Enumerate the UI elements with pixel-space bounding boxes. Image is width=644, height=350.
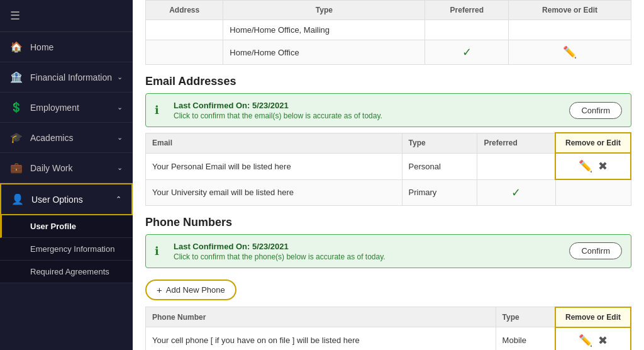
preferred-cell — [477, 153, 555, 179]
sidebar-item-label: Financial Information — [30, 72, 117, 82]
sidebar-item-requiredagreements[interactable]: Required Agreements — [0, 261, 133, 283]
chevron-down-icon: ⌄ — [117, 103, 123, 111]
email-confirm-button[interactable]: Confirm — [569, 102, 622, 119]
sidebar-item-label: Academics — [30, 133, 117, 143]
sidebar: ☰ 🏠 Home 🏦 Financial Information ⌄ 💲 Emp… — [0, 0, 133, 350]
edit-email-button[interactable]: ✏️ — [579, 159, 592, 173]
preferred-col-header: Preferred — [477, 133, 555, 153]
sidebar-navigation: 🏠 Home 🏦 Financial Information ⌄ 💲 Emplo… — [0, 32, 133, 350]
table-row: Home/Home Office, Mailing — [146, 20, 631, 40]
content-area: Address Type Preferred Remove or Edit Ho… — [133, 0, 644, 350]
type-cell: Personal — [402, 153, 477, 179]
phone-banner-text: Last Confirmed On: 5/23/2021 Click to co… — [174, 241, 569, 261]
employment-icon: 💲 — [10, 101, 23, 113]
address-table: Address Type Preferred Remove or Edit Ho… — [145, 0, 631, 65]
chevron-down-icon: ⌄ — [117, 164, 123, 172]
chevron-down-icon: ⌄ — [117, 73, 123, 81]
dailywork-icon: 💼 — [10, 162, 23, 174]
edit-address-button[interactable]: ✏️ — [563, 45, 577, 59]
table-row: Your University email will be listed her… — [146, 179, 631, 205]
email-cell: Your Personal Email will be listed here — [146, 153, 402, 179]
sidebar-item-label: Daily Work — [30, 163, 117, 173]
sub-navigation: User Profile Emergency Information Requi… — [0, 215, 133, 283]
home-icon: 🏠 — [10, 41, 23, 53]
table-row: Your cell phone [ if you have on on file… — [146, 327, 631, 351]
edit-phone-button[interactable]: ✏️ — [579, 334, 592, 347]
plus-icon: + — [157, 285, 162, 295]
preferred-col-header: Preferred — [425, 1, 509, 20]
phone-col-header: Phone Number — [146, 307, 496, 327]
phone-confirm-button[interactable]: Confirm — [569, 242, 622, 259]
type-col-header: Type — [223, 1, 425, 20]
removeedit-cell — [555, 179, 631, 205]
email-section-title: Email Addresses — [145, 75, 631, 88]
sidebar-item-label: Employment — [30, 103, 117, 113]
academics-icon: 🎓 — [10, 132, 23, 144]
phone-section-title: Phone Numbers — [145, 216, 631, 229]
removeedit-col-header: Remove or Edit — [509, 1, 631, 20]
type-col-header: Type — [402, 133, 477, 153]
phone-confirm-banner: ℹ Last Confirmed On: 5/23/2021 Click to … — [145, 234, 631, 268]
add-new-phone-button[interactable]: + Add New Phone — [145, 279, 236, 300]
useroptions-icon: 👤 — [11, 193, 24, 205]
removeedit-cell — [509, 20, 631, 40]
removeedit-col-header: Remove or Edit — [555, 133, 631, 153]
chevron-down-icon: ⌄ — [117, 133, 123, 142]
email-cell: Your University email will be listed her… — [146, 179, 402, 205]
type-cell: Mobile — [496, 327, 555, 351]
sidebar-item-dailywork[interactable]: 💼 Daily Work ⌄ — [0, 153, 133, 183]
address-col-header: Address — [146, 1, 223, 20]
table-row: Your Personal Email will be listed here … — [146, 153, 631, 179]
sidebar-item-label: User Options — [31, 195, 116, 205]
email-last-confirmed: Last Confirmed On: 5/23/2021 — [174, 101, 289, 110]
email-banner-text: Last Confirmed On: 5/23/2021 Click to co… — [174, 100, 569, 120]
address-cell — [146, 20, 223, 40]
table-row: Home/Home Office ✓ ✏️ — [146, 40, 631, 65]
phone-last-confirmed: Last Confirmed On: 5/23/2021 — [174, 242, 289, 251]
email-table: Email Type Preferred Remove or Edit Your… — [145, 132, 631, 206]
info-icon: ℹ — [155, 103, 167, 117]
remove-email-button[interactable]: ✖ — [598, 159, 608, 173]
sidebar-item-label: Home — [30, 42, 123, 52]
preferred-cell: ✓ — [477, 179, 555, 205]
preferred-cell: ✓ — [425, 40, 509, 65]
address-cell — [146, 40, 223, 65]
sidebar-item-financial[interactable]: 🏦 Financial Information ⌄ — [0, 62, 133, 93]
sidebar-item-employment[interactable]: 💲 Employment ⌄ — [0, 93, 133, 123]
sidebar-item-useroptions[interactable]: 👤 User Options ⌃ — [0, 183, 133, 215]
removeedit-cell: ✏️ ✖ — [555, 327, 631, 351]
financial-icon: 🏦 — [10, 71, 23, 83]
preferred-cell — [425, 20, 509, 40]
email-col-header: Email — [146, 133, 402, 153]
info-icon: ℹ — [155, 244, 167, 258]
type-cell: Home/Home Office — [223, 40, 425, 65]
type-col-header: Type — [496, 307, 555, 327]
phone-cell: Your cell phone [ if you have on on file… — [146, 327, 496, 351]
sidebar-header: ☰ — [0, 0, 133, 32]
phone-confirm-description: Click to confirm that the phone(s) below… — [174, 252, 569, 261]
email-confirm-description: Click to confirm that the email(s) below… — [174, 111, 569, 120]
type-cell: Home/Home Office, Mailing — [223, 20, 425, 40]
chevron-up-icon: ⌃ — [116, 195, 121, 203]
email-confirm-banner: ℹ Last Confirmed On: 5/23/2021 Click to … — [145, 93, 631, 127]
removeedit-cell: ✏️ ✖ — [555, 153, 631, 179]
removeedit-cell: ✏️ — [509, 40, 631, 65]
type-cell: Primary — [402, 179, 477, 205]
phone-table: Phone Number Type Remove or Edit Your ce… — [145, 307, 631, 351]
sidebar-item-emergency[interactable]: Emergency Information — [0, 238, 133, 261]
sidebar-item-academics[interactable]: 🎓 Academics ⌄ — [0, 123, 133, 153]
add-phone-label: Add New Phone — [166, 285, 225, 295]
main-content: Address Type Preferred Remove or Edit Ho… — [133, 0, 644, 350]
hamburger-icon[interactable]: ☰ — [10, 9, 20, 23]
sidebar-item-home[interactable]: 🏠 Home — [0, 32, 133, 62]
sidebar-item-userprofile[interactable]: User Profile — [0, 215, 133, 238]
removeedit-col-header: Remove or Edit — [555, 307, 631, 327]
remove-phone-button[interactable]: ✖ — [598, 334, 608, 347]
